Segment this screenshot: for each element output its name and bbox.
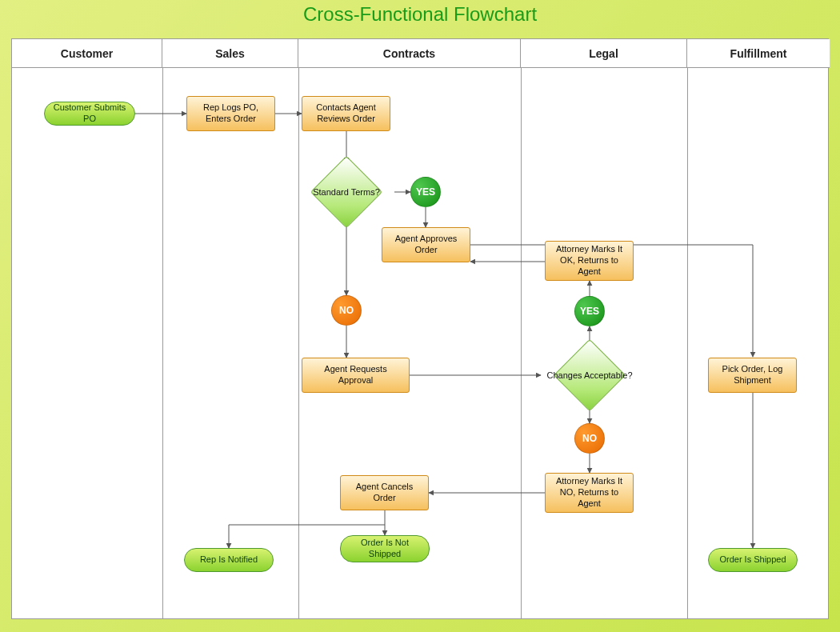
process-agent-requests-approval: Agent Requests Approval [302,358,410,393]
decision-yes-changes: YES [574,296,605,326]
swimlane-grid: Customer Sales Contracts Legal Fulfillme… [11,38,829,619]
decision-no-standard-terms: NO [331,295,362,326]
process-attorney-ok: Attorney Marks It OK, Returns to Agent [545,241,634,281]
terminator-order-not-shipped: Order Is Not Shipped [340,535,430,562]
terminator-rep-notified: Rep Is Notified [184,548,274,572]
process-rep-logs-po: Rep Logs PO, Enters Order [186,96,275,131]
process-agent-cancels: Agent Cancels Order [340,475,429,510]
lane-header-customer: Customer [12,39,162,68]
decision-yes-standard-terms: YES [410,177,441,207]
process-contacts-agent-reviews: Contacts Agent Reviews Order [302,96,390,131]
lane-header-contracts: Contracts [298,39,521,68]
lane-divider [298,68,299,618]
decision-no-changes: NO [574,423,605,454]
chart-title: Cross-Functional Flowchart [0,3,840,26]
flowchart-canvas: Cross-Functional Flowchart Customer Sale… [0,0,840,632]
lane-header-fulfillment: Fulfillment [687,39,830,68]
lane-header-legal: Legal [521,39,687,68]
process-attorney-no: Attorney Marks It NO, Returns to Agent [545,473,634,513]
lane-header-sales: Sales [162,39,298,68]
terminator-customer-submits-po: Customer Submits PO [44,102,135,126]
decision-changes-acceptable: Changes Acceptable? [541,346,638,405]
lane-divider [687,68,688,618]
process-pick-order: Pick Order, Log Shipment [708,358,797,393]
lane-divider [521,68,522,618]
terminator-order-shipped: Order Is Shipped [708,548,798,572]
lane-divider [162,68,163,618]
process-agent-approves: Agent Approves Order [382,227,470,262]
decision-standard-terms: Standard Terms? [298,162,394,222]
connectors [12,39,830,620]
